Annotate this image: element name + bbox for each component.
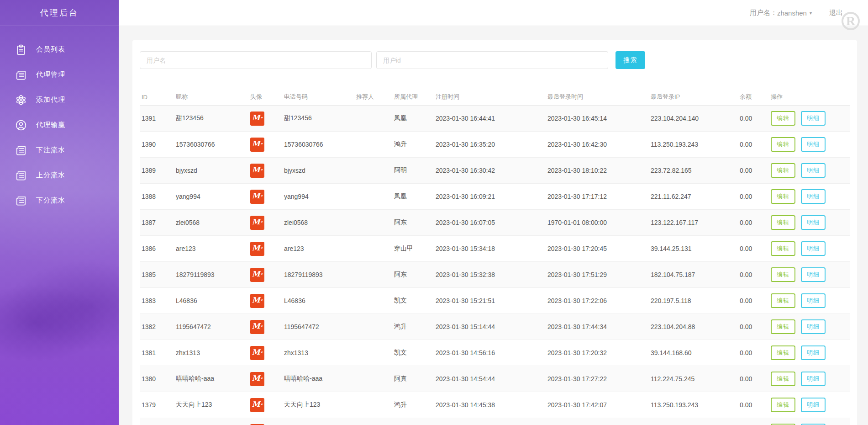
sidebar-item-bet-flow[interactable]: 下注流水 [0, 138, 119, 163]
detail-button[interactable]: 明细 [801, 111, 826, 126]
cell-reg-time: 2023-01-30 15:21:51 [434, 288, 546, 314]
table-row: 1381 zhx1313 M· zhx1313 凯文 2023-01-30 14… [140, 340, 850, 366]
search-button[interactable]: 搜索 [615, 51, 645, 69]
sidebar-menu: 会员列表 代理管理 添加代理 代理输赢 下注流水 上分流水 下分流水 [0, 37, 119, 213]
table-row: 1391 甜123456 M· 甜123456 凤凰 2023-01-30 16… [140, 106, 850, 132]
cell-last-login: 1970-01-01 08:00:00 [546, 210, 649, 236]
edit-button[interactable]: 编辑 [771, 163, 795, 178]
cell-last-login: 2023-01-30 16:42:30 [546, 132, 649, 158]
edit-button[interactable]: 编辑 [771, 372, 795, 386]
cell-avatar: M· [248, 288, 282, 314]
cell-phone: bjyxszd [282, 158, 354, 184]
clipboard-icon [15, 44, 27, 56]
cell-reg-time: 2023-01-30 14:56:16 [434, 340, 546, 366]
username-value: zhanshen [777, 9, 807, 17]
newspaper-icon [15, 195, 27, 207]
edit-button[interactable]: 编辑 [771, 345, 795, 360]
cell-id: 1390 [140, 132, 174, 158]
cell-nickname: 18279119893 [174, 262, 248, 288]
cell-last-login: 2023-01-30 17:20:45 [546, 236, 649, 262]
cell-phone: yang994 [282, 184, 354, 210]
cell-last-login: 2023-01-30 17:42:07 [546, 392, 649, 418]
cell-phone: 18279119893 [282, 262, 354, 288]
sidebar-item-agent-winloss[interactable]: 代理输赢 [0, 112, 119, 138]
cell-last-login: 2023-01-30 17:27:22 [546, 366, 649, 392]
detail-button[interactable]: 明细 [801, 398, 826, 412]
cell-last-login: 2023-01-30 17:17:34 [546, 418, 649, 425]
cell-actions: 编辑 明细 [769, 184, 850, 210]
table-row: 1385 18279119893 M· 18279119893 阿东 2023-… [140, 262, 850, 288]
cell-ip: 220.197.5.118 [649, 288, 738, 314]
cell-actions: 编辑 明细 [769, 106, 850, 132]
cell-referrer [354, 158, 392, 184]
cell-reg-time: 2023-01-30 16:44:41 [434, 106, 546, 132]
cell-actions: 编辑 明细 [769, 340, 850, 366]
cell-avatar: M· [248, 106, 282, 132]
column-header-8: 最后登录IP [649, 89, 738, 106]
cell-ip: 123.122.167.117 [649, 210, 738, 236]
cell-phone: 嘻嘻哈哈-aaa [282, 366, 354, 392]
avatar: M· [250, 138, 264, 152]
cell-actions: 编辑 明细 [769, 288, 850, 314]
cell-last-login: 2023-01-30 17:17:12 [546, 184, 649, 210]
detail-button[interactable]: 明细 [801, 241, 826, 256]
cell-nickname: L46836 [174, 288, 248, 314]
user-dropdown[interactable]: 用户名： zhanshen ▾ [750, 9, 812, 17]
sidebar-item-agent-manage[interactable]: 代理管理 [0, 62, 119, 87]
edit-button[interactable]: 编辑 [771, 319, 795, 334]
cell-last-login: 2023-01-30 18:10:22 [546, 158, 649, 184]
detail-button[interactable]: 明细 [801, 267, 826, 282]
cell-agent: 穿山甲 [392, 236, 434, 262]
sidebar-item-debit-flow[interactable]: 下分流水 [0, 188, 119, 213]
detail-button[interactable]: 明细 [801, 319, 826, 334]
detail-button[interactable]: 明细 [801, 189, 826, 204]
detail-button[interactable]: 明细 [801, 345, 826, 360]
username-search-input[interactable] [140, 51, 372, 69]
sidebar: 代理后台 会员列表 代理管理 添加代理 代理输赢 下注流水 上分流水 下分流水 [0, 0, 119, 425]
cell-ip: 39.144.168.60 [649, 340, 738, 366]
logout-button[interactable]: 退出 [829, 9, 843, 17]
cell-avatar: M· [248, 262, 282, 288]
cell-agent: 阿真 [392, 366, 434, 392]
edit-button[interactable]: 编辑 [771, 293, 795, 308]
avatar: M· [250, 346, 264, 360]
cell-actions: 编辑 明细 [769, 236, 850, 262]
edit-button[interactable]: 编辑 [771, 137, 795, 152]
sidebar-item-agent-add[interactable]: 添加代理 [0, 87, 119, 112]
table-row: 1388 yang994 M· yang994 凤凰 2023-01-30 16… [140, 184, 850, 210]
cell-id: 1383 [140, 288, 174, 314]
cell-ip: 223.72.82.165 [649, 158, 738, 184]
cell-balance: 0.00 [738, 314, 769, 340]
edit-button[interactable]: 编辑 [771, 241, 795, 256]
detail-button[interactable]: 明细 [801, 137, 826, 152]
cell-referrer [354, 236, 392, 262]
cell-avatar: M· [248, 158, 282, 184]
detail-button[interactable]: 明细 [801, 293, 826, 308]
sidebar-item-member-list[interactable]: 会员列表 [0, 37, 119, 62]
newspaper-icon [15, 69, 27, 81]
edit-button[interactable]: 编辑 [771, 267, 795, 282]
detail-button[interactable]: 明细 [801, 163, 826, 178]
cell-nickname: 15736737364 [174, 418, 248, 425]
sidebar-item-credit-flow[interactable]: 上分流水 [0, 163, 119, 188]
column-header-7: 最后登录时间 [546, 89, 649, 106]
sidebar-item-label: 上分流水 [36, 171, 65, 180]
detail-button[interactable]: 明细 [801, 215, 826, 230]
cell-balance: 0.00 [738, 392, 769, 418]
cell-id: 1386 [140, 236, 174, 262]
edit-button[interactable]: 编辑 [771, 111, 795, 126]
cell-reg-time: 2023-01-30 14:43:45 [434, 418, 546, 425]
column-header-4: 推荐人 [354, 89, 392, 106]
detail-button[interactable]: 明细 [801, 372, 826, 386]
edit-button[interactable]: 编辑 [771, 215, 795, 230]
edit-button[interactable]: 编辑 [771, 398, 795, 412]
cell-ip: 39.144.25.131 [649, 236, 738, 262]
cell-avatar: M· [248, 366, 282, 392]
cell-avatar: M· [248, 314, 282, 340]
cell-referrer [354, 106, 392, 132]
topbar: 用户名： zhanshen ▾ 退出 [119, 0, 868, 26]
sidebar-item-label: 下分流水 [36, 196, 65, 205]
userid-search-input[interactable] [376, 51, 608, 69]
edit-button[interactable]: 编辑 [771, 189, 795, 204]
cell-agent: 鸿升 [392, 314, 434, 340]
